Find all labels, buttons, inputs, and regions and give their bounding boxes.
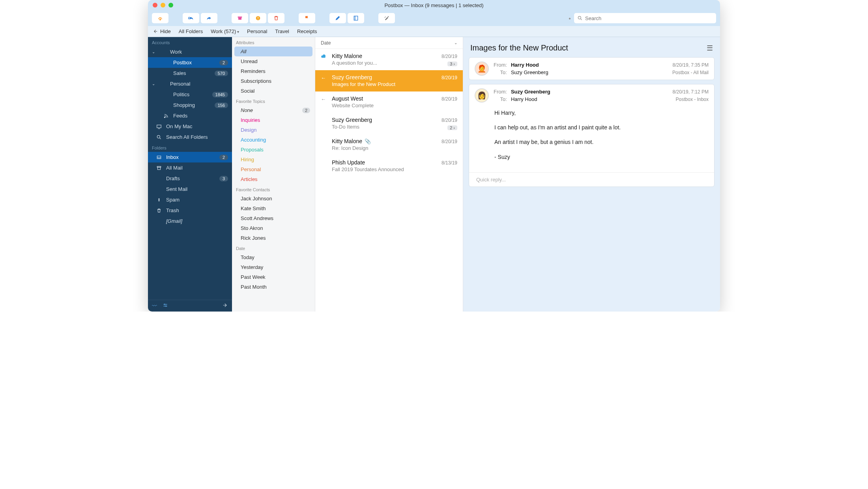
archive-button[interactable]: [232, 13, 248, 23]
count-badge: 2: [219, 155, 228, 160]
attr-unread[interactable]: Unread: [232, 56, 315, 66]
message-from: Suzy Greenberg: [332, 117, 457, 123]
close-window-button[interactable]: [153, 3, 157, 7]
chevron-down-icon: ⌄: [152, 50, 156, 54]
delete-button[interactable]: [268, 13, 284, 23]
settings-icon[interactable]: [163, 302, 168, 309]
sidebar-account-work[interactable]: ⌄Work: [148, 47, 232, 57]
sidebar-account-feeds[interactable]: Feeds: [148, 110, 232, 121]
fav-travel[interactable]: Travel: [275, 28, 289, 34]
spam-button[interactable]: [250, 13, 266, 23]
message-item[interactable]: Suzy GreenbergTo-Do Items8/20/192 ›: [315, 113, 463, 134]
activity-icon[interactable]: 〰: [152, 303, 157, 309]
reader-menu-icon[interactable]: ☰: [707, 44, 713, 52]
attr-sto-akron[interactable]: Sto Akron: [232, 223, 315, 233]
fav-all-folders[interactable]: All Folders: [179, 28, 203, 34]
avatar: 🧑‍🦰: [475, 62, 489, 76]
search-field[interactable]: [574, 13, 716, 23]
attr-label: Social: [241, 88, 310, 94]
quick-action-button[interactable]: [378, 13, 395, 23]
attr-past-week[interactable]: Past Week: [232, 272, 315, 282]
attr-jack-johnson[interactable]: Jack Johnson: [232, 194, 315, 203]
attr-label: Personal: [241, 166, 310, 172]
attr-hiring[interactable]: Hiring: [232, 155, 315, 164]
attr-proposals[interactable]: Proposals: [232, 145, 315, 155]
sidebar-account-postbox[interactable]: Postbox2: [148, 57, 232, 68]
alert-icon: [156, 197, 162, 203]
attr-rick-jones[interactable]: Rick Jones: [232, 233, 315, 243]
cloud-icon: [163, 71, 169, 76]
sidebar-folder-sent-mail[interactable]: Sent Mail: [148, 184, 232, 194]
get-mail-button[interactable]: [152, 13, 168, 23]
message-list-sort[interactable]: Date ⌄: [315, 37, 463, 49]
svg-point-12: [157, 135, 160, 138]
sidebar-label: Search All Folders: [166, 134, 228, 140]
sidebar-account-sales[interactable]: Sales570: [148, 68, 232, 78]
attr-all[interactable]: All: [234, 47, 312, 56]
message-item[interactable]: Kitty Malone📎Re: Icon Design8/20/19: [315, 134, 463, 155]
svg-point-20: [166, 306, 166, 306]
svg-rect-1: [238, 18, 241, 20]
attr-subscriptions[interactable]: Subscriptions: [232, 76, 315, 86]
message-item[interactable]: Kitty MaloneA question for you...8/20/19…: [315, 49, 463, 70]
maximize-window-button[interactable]: [168, 3, 173, 7]
attr-design[interactable]: Design: [232, 125, 315, 135]
sidebar-account-personal[interactable]: ⌄Personal: [148, 78, 232, 89]
attr-inquiries[interactable]: Inquiries: [232, 115, 315, 125]
message-item[interactable]: Phish UpdateFall 2019 Tourdates Announce…: [315, 155, 463, 177]
forward-button[interactable]: [201, 13, 217, 23]
attr-label: Hiring: [241, 157, 310, 162]
collapse-icon[interactable]: [223, 302, 228, 309]
fav-work[interactable]: Work (572): [211, 28, 239, 34]
message-item[interactable]: ←Suzy GreenbergImages for the New Produc…: [315, 70, 463, 91]
sidebar-label: Drafts: [166, 175, 215, 181]
message-from: Kitty Malone📎: [332, 138, 457, 144]
sidebar-footer: 〰: [148, 300, 232, 312]
contacts-button[interactable]: [348, 13, 364, 23]
attr-social[interactable]: Social: [232, 86, 315, 96]
attr-kate-smith[interactable]: Kate Smith: [232, 203, 315, 213]
attr-reminders[interactable]: Reminders: [232, 66, 315, 76]
reply-all-button[interactable]: [183, 13, 199, 23]
sidebar-label: Spam: [166, 197, 228, 203]
search-input[interactable]: [585, 15, 713, 21]
attr-none[interactable]: None2: [232, 105, 315, 115]
hide-sidebar-button[interactable]: Hide: [153, 28, 171, 34]
archive-icon: [156, 165, 162, 171]
fav-receipts[interactable]: Receipts: [297, 28, 317, 34]
sidebar-account-politics[interactable]: Politics1845: [148, 89, 232, 100]
minimize-window-button[interactable]: [161, 3, 165, 7]
message-card[interactable]: 👩From:Suzy Greenberg8/20/19, 7:12 PMTo:H…: [469, 84, 715, 187]
svg-point-9: [578, 16, 581, 19]
flag-button[interactable]: [299, 13, 315, 23]
compose-button[interactable]: [329, 13, 346, 23]
sidebar-account-on-my-mac[interactable]: On My Mac: [148, 121, 232, 132]
attr-today[interactable]: Today: [232, 252, 315, 262]
sidebar-folder-trash[interactable]: Trash: [148, 205, 232, 216]
svg-rect-15: [158, 167, 161, 170]
quick-reply-input[interactable]: Quick reply...: [469, 172, 714, 187]
svg-point-19: [164, 304, 165, 305]
attr-accounting[interactable]: Accounting: [232, 135, 315, 145]
reader-title: Images for the New Product: [470, 43, 568, 52]
sidebar-folder-spam[interactable]: Spam: [148, 194, 232, 205]
message-card[interactable]: 🧑‍🦰From:Harry Hood8/20/19, 7:35 PMTo:Suz…: [469, 57, 715, 80]
attr-articles[interactable]: Articles: [232, 174, 315, 184]
fav-personal[interactable]: Personal: [247, 28, 267, 34]
from-value: Harry Hood: [511, 62, 668, 68]
attr-scott-andrews[interactable]: Scott Andrews: [232, 213, 315, 223]
sidebar-folder--gmail-[interactable]: [Gmail]: [148, 216, 232, 226]
attr-past-month[interactable]: Past Month: [232, 282, 315, 292]
sidebar-account-shopping[interactable]: Shopping156: [148, 100, 232, 110]
inbox-icon: [156, 155, 162, 160]
message-subject: Fall 2019 Tourdates Announced: [332, 166, 457, 172]
attr-yesterday[interactable]: Yesterday: [232, 262, 315, 272]
sidebar-label: Personal: [170, 81, 228, 87]
sidebar-folder-drafts[interactable]: Drafts3: [148, 173, 232, 184]
attr-personal[interactable]: Personal: [232, 164, 315, 174]
sidebar-folder-inbox[interactable]: Inbox2: [148, 152, 232, 162]
sidebar-folder-all-mail[interactable]: All Mail: [148, 162, 232, 173]
message-item[interactable]: ←August WestWebsite Complete8/20/19: [315, 91, 463, 113]
sidebar-account-search-all-folders[interactable]: Search All Folders: [148, 132, 232, 142]
attr-label: Today: [241, 254, 310, 260]
